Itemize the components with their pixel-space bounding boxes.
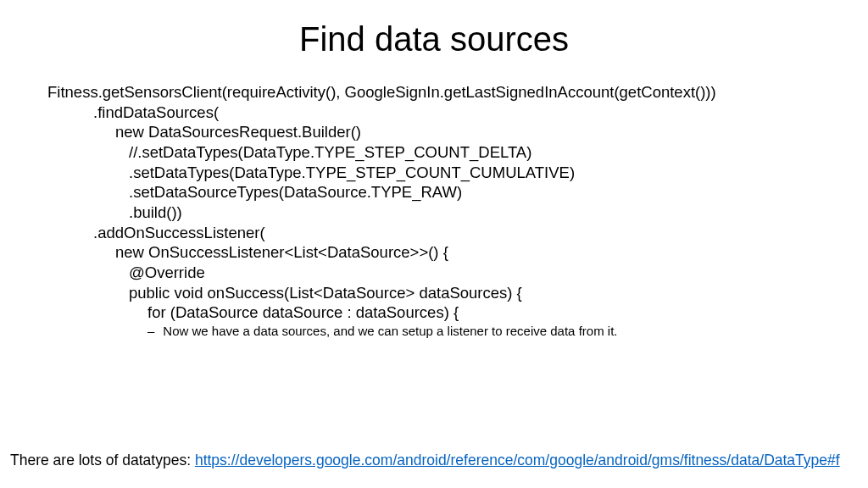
code-line: .addOnSuccessListener( bbox=[47, 223, 868, 243]
bullet-dash: – bbox=[147, 323, 154, 339]
comment-text: Now we have a data sources, and we can s… bbox=[163, 323, 617, 339]
slide-title: Find data sources bbox=[0, 20, 868, 58]
code-line: for (DataSource dataSource : dataSources… bbox=[47, 302, 868, 323]
code-line: .findDataSources( bbox=[47, 103, 868, 123]
code-line: Fitness.getSensorsClient(requireActivity… bbox=[47, 82, 868, 103]
code-line: @Override bbox=[47, 263, 868, 283]
code-line: new OnSuccessListener<List<DataSource>>(… bbox=[47, 242, 868, 263]
slide: Find data sources Fitness.getSensorsClie… bbox=[0, 0, 868, 488]
footer-note: There are lots of datatypes: https://dev… bbox=[10, 452, 840, 469]
code-comment: – Now we have a data sources, and we can… bbox=[47, 323, 868, 339]
code-line: .setDataSourceTypes(DataSource.TYPE_RAW) bbox=[47, 182, 868, 202]
code-line: public void onSuccess(List<DataSource> d… bbox=[47, 283, 868, 303]
code-line: //.setDataTypes(DataType.TYPE_STEP_COUNT… bbox=[47, 142, 868, 163]
code-line: .setDataTypes(DataType.TYPE_STEP_COUNT_C… bbox=[47, 163, 868, 183]
code-line: new DataSourcesRequest.Builder() bbox=[47, 122, 868, 142]
code-block: Fitness.getSensorsClient(requireActivity… bbox=[47, 82, 868, 339]
footer-lead: There are lots of datatypes: bbox=[10, 452, 195, 469]
datatype-docs-link[interactable]: https://developers.google.com/android/re… bbox=[195, 452, 840, 469]
code-line: .build()) bbox=[47, 202, 868, 223]
